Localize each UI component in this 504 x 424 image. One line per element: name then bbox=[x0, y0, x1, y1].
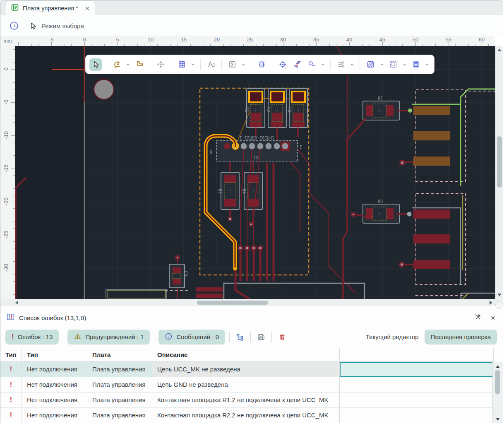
grid-settings-button[interactable] bbox=[175, 58, 188, 71]
chevron-down-icon[interactable] bbox=[190, 61, 196, 67]
error-description-cell: Цепь GND не разведена bbox=[152, 377, 340, 392]
chevron-down-icon[interactable] bbox=[125, 61, 131, 67]
mounting-hole[interactable] bbox=[94, 80, 114, 99]
select-mode-icon[interactable] bbox=[29, 22, 37, 30]
resistor-r8[interactable] bbox=[363, 204, 399, 223]
errors-filter-button[interactable]: ! Ошибок : 13 bbox=[5, 330, 59, 344]
net-junction-green bbox=[408, 108, 412, 113]
keepout-region-tool-button[interactable] bbox=[387, 58, 399, 71]
col-header-type-icon[interactable]: Тип bbox=[0, 348, 22, 361]
col-header-description[interactable]: Описание bbox=[152, 348, 340, 361]
chevron-down-icon[interactable] bbox=[349, 61, 355, 67]
col-header-type[interactable]: Тип bbox=[22, 348, 87, 361]
board-document-icon bbox=[11, 3, 19, 13]
ruler-unit-label: mm bbox=[0, 36, 15, 46]
scroll-up-icon[interactable] bbox=[497, 48, 502, 51]
label-r8: R8 bbox=[378, 199, 383, 204]
error-table-row[interactable]: !Нет подключенияПлата управленияЦепь GND… bbox=[0, 377, 494, 393]
save-report-button[interactable] bbox=[255, 331, 267, 343]
copper-zone-tool-button[interactable] bbox=[364, 58, 377, 71]
resistor-r4[interactable] bbox=[244, 172, 262, 210]
h-ruler-label: 15 bbox=[181, 36, 187, 43]
error-board-cell: Плата управления bbox=[87, 362, 152, 377]
component-tool-button[interactable] bbox=[255, 58, 268, 71]
formula-tool-button[interactable] bbox=[226, 58, 238, 71]
chevron-down-icon[interactable] bbox=[240, 61, 247, 67]
resistor-r7[interactable] bbox=[363, 101, 399, 120]
layer-via-tool-button[interactable] bbox=[291, 58, 303, 71]
scroll-corner-button[interactable] bbox=[495, 301, 503, 309]
editor-toolbar: i Режим выбора bbox=[0, 16, 503, 36]
error-table-row[interactable]: !Нет подключенияПлата управленияКонтактн… bbox=[0, 408, 494, 423]
label-x1-part: СНП392-8ВП21-1 bbox=[240, 135, 274, 140]
small-component[interactable] bbox=[169, 264, 187, 288]
padstack-tool-button[interactable] bbox=[410, 58, 422, 71]
route-trace-button[interactable] bbox=[110, 58, 123, 71]
table-scroll-down-icon[interactable] bbox=[496, 418, 500, 421]
tab-title: Плата управления * bbox=[23, 5, 78, 12]
warnings-filter-label: Предупреждений : 1 bbox=[85, 333, 144, 340]
error-board-cell: Плата управления bbox=[87, 377, 152, 392]
label-r1: R1 bbox=[245, 107, 249, 112]
h-ruler-label: 30 bbox=[280, 36, 286, 43]
pcb-canvas[interactable]: R1 R2 R3 СНП392-8ВП21-1 X1 8 1 bbox=[15, 46, 495, 299]
display-filter-button[interactable] bbox=[335, 58, 347, 71]
origin-target-tool-button[interactable] bbox=[276, 58, 289, 71]
h-ruler-label: 45 bbox=[379, 36, 385, 43]
error-table-header: Тип Тип Плата Описание bbox=[0, 348, 494, 362]
label-r2: R2 bbox=[266, 107, 271, 112]
error-description-cell: Контактная площадка R1.2 не подключена к… bbox=[152, 393, 340, 407]
h-ruler-label: 0 bbox=[83, 36, 86, 43]
v-ruler-label: -20 bbox=[3, 197, 9, 206]
label-pin8: 8 bbox=[210, 149, 212, 154]
resistor-r5[interactable] bbox=[221, 172, 239, 210]
error-table-row[interactable]: !Нет подключенияПлата управленияЦепь UCC… bbox=[0, 362, 494, 377]
horizontal-ruler: -5051015202530354045505560 bbox=[15, 36, 495, 46]
svg-text:i: i bbox=[13, 22, 15, 29]
panel-close-icon[interactable]: × bbox=[491, 314, 495, 322]
info-circle-icon: i bbox=[165, 332, 173, 342]
floating-tool-palette bbox=[85, 55, 434, 74]
scroll-right-icon[interactable] bbox=[490, 301, 492, 305]
canvas-vscrollbar[interactable] bbox=[495, 46, 503, 306]
clear-errors-button[interactable] bbox=[276, 331, 288, 343]
h-ruler-label: 10 bbox=[148, 36, 154, 43]
table-scroll-up-icon[interactable] bbox=[496, 365, 500, 368]
table-scroll-thumb[interactable] bbox=[495, 370, 500, 394]
chevron-down-icon[interactable] bbox=[424, 61, 430, 67]
probe-zoom-tool-button[interactable] bbox=[305, 58, 318, 71]
error-table-row[interactable]: !Нет подключенияПлата управленияКонтактн… bbox=[0, 393, 494, 408]
move-tool-button[interactable] bbox=[154, 58, 167, 71]
v-ruler-label: -25 bbox=[3, 230, 9, 239]
vscroll-thumb[interactable] bbox=[497, 136, 502, 188]
last-check-button[interactable]: Последняя проверка bbox=[425, 330, 497, 344]
tab-board-editor[interactable]: Плата управления * × bbox=[6, 0, 95, 16]
group-tree-button[interactable] bbox=[234, 331, 246, 343]
warnings-filter-button[interactable]: Предупреждений : 1 bbox=[67, 330, 150, 344]
col-header-board[interactable]: Плата bbox=[87, 348, 152, 361]
h-ruler-label: 55 bbox=[446, 36, 451, 43]
h-ruler-label: 60 bbox=[479, 36, 485, 43]
scroll-down-icon[interactable] bbox=[497, 294, 502, 296]
table-vscrollbar[interactable] bbox=[492, 362, 503, 423]
unpin-icon[interactable] bbox=[474, 313, 482, 323]
tab-close-icon[interactable]: × bbox=[85, 5, 89, 12]
chevron-down-icon[interactable] bbox=[379, 61, 385, 67]
messages-filter-button[interactable]: i Сообщений : 0 bbox=[158, 330, 225, 344]
vertical-ruler: 0-5-10-15-20-25-30 bbox=[0, 46, 15, 299]
info-icon[interactable]: i bbox=[10, 21, 19, 30]
h-ruler-label: 5 bbox=[116, 36, 119, 43]
canvas-hscrollbar[interactable] bbox=[0, 299, 495, 306]
chevron-down-icon[interactable] bbox=[401, 61, 408, 67]
text-tool-button[interactable] bbox=[205, 58, 217, 71]
select-cursor-button[interactable] bbox=[89, 58, 102, 71]
hscroll-thumb[interactable] bbox=[197, 301, 268, 305]
severity-icon: ! bbox=[0, 362, 22, 377]
error-board-cell: Плата управления bbox=[87, 393, 152, 407]
scroll-left-icon[interactable] bbox=[15, 301, 18, 305]
h-ruler-label: 50 bbox=[413, 36, 418, 43]
chevron-down-icon[interactable] bbox=[320, 61, 326, 67]
error-panel-header: ! Список ошибок (13,1,0) × bbox=[0, 309, 503, 326]
measure-ruler-button[interactable] bbox=[133, 58, 146, 71]
label-r5: R5 bbox=[218, 189, 222, 194]
